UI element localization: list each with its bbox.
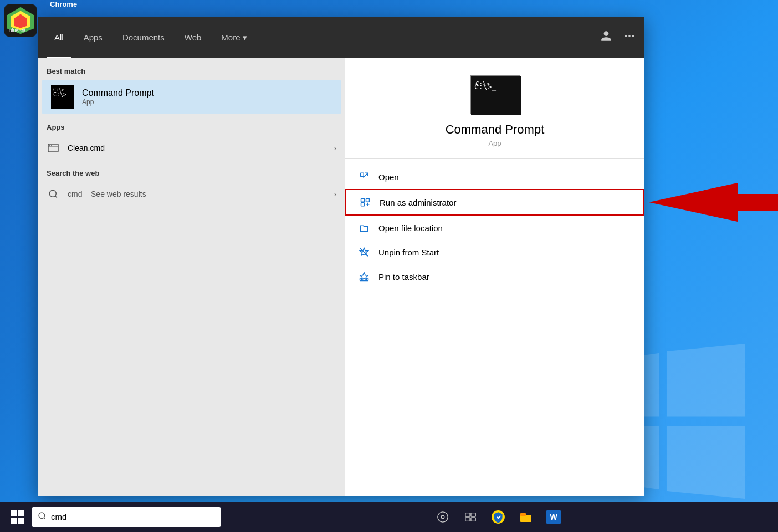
main-content: Best match C:\> Command Prompt App Apps <box>38 58 644 496</box>
svg-rect-17 <box>471 76 521 115</box>
svg-line-16 <box>55 196 57 197</box>
action-file-location[interactable]: Open file location <box>345 216 644 240</box>
shield-taskbar-icon[interactable] <box>485 504 511 530</box>
web-search-icon <box>47 187 60 201</box>
svg-line-28 <box>44 518 45 519</box>
svg-rect-37 <box>520 513 526 516</box>
svg-point-8 <box>632 35 634 37</box>
file-explorer-icon[interactable] <box>513 504 539 530</box>
pin-taskbar-icon <box>359 271 370 282</box>
start-button[interactable] <box>4 504 30 530</box>
best-match-type: App <box>82 98 154 106</box>
windows-logo-icon <box>11 510 24 524</box>
taskbar-search-input[interactable] <box>51 512 215 521</box>
apps-section-label: Apps <box>38 114 345 136</box>
tab-icons <box>600 30 636 45</box>
taskbar-icons-area: W <box>223 504 774 530</box>
best-match-label: Best match <box>38 58 345 80</box>
svg-point-27 <box>39 513 45 519</box>
app-detail-image: C:\>_ <box>470 75 520 114</box>
app-detail-name: Command Prompt <box>446 122 545 137</box>
tab-bar: All Apps Documents Web More ▾ <box>38 17 644 58</box>
svg-point-29 <box>438 511 448 521</box>
clean-cmd-item[interactable]: Clean.cmd › <box>38 136 345 160</box>
unpin-icon <box>359 247 370 258</box>
svg-rect-22 <box>361 203 365 206</box>
taskbar: W <box>0 502 778 532</box>
taskbar-search-box[interactable] <box>32 507 221 527</box>
clean-cmd-arrow: › <box>334 144 336 152</box>
svg-rect-32 <box>471 513 475 516</box>
open-icon <box>359 171 370 182</box>
svg-marker-23 <box>649 183 778 222</box>
svg-point-7 <box>628 35 631 37</box>
red-arrow <box>649 177 778 227</box>
word-icon[interactable]: W <box>541 504 566 530</box>
svg-point-15 <box>49 190 56 197</box>
action-pin-taskbar[interactable]: Pin to taskbar <box>345 264 644 289</box>
tab-web[interactable]: Web <box>177 17 209 58</box>
right-panel: C:\>_ Command Prompt App <box>345 58 644 496</box>
action-unpin-label: Unpin from Start <box>378 248 439 257</box>
web-search-item[interactable]: cmd – See web results › <box>38 182 345 206</box>
chrome-label: Chrome <box>50 0 77 8</box>
best-match-text: Command Prompt App <box>82 88 154 106</box>
svg-rect-21 <box>366 198 370 202</box>
bluestacks-icon: BlueSta... <box>4 4 37 37</box>
svg-text:C:\>: C:\> <box>53 91 66 98</box>
tab-all[interactable]: All <box>47 17 71 58</box>
task-view-icon[interactable] <box>430 504 455 530</box>
app-detail-type: App <box>488 139 501 147</box>
clean-cmd-name: Clean.cmd <box>68 144 326 152</box>
tab-apps[interactable]: Apps <box>76 17 110 58</box>
svg-text:BlueSta...: BlueSta... <box>9 28 30 33</box>
best-match-name: Command Prompt <box>82 88 154 98</box>
svg-rect-20 <box>361 198 365 202</box>
virtual-desktop-icon[interactable] <box>458 504 483 530</box>
svg-point-13 <box>49 145 50 146</box>
app-detail-header: C:\>_ Command Prompt App <box>345 58 644 159</box>
action-unpin[interactable]: Unpin from Start <box>345 240 644 264</box>
action-run-as-admin[interactable]: Run as administrator <box>345 189 644 216</box>
tab-documents[interactable]: Documents <box>115 17 172 58</box>
clean-cmd-icon <box>47 141 60 155</box>
file-location-icon <box>359 222 370 233</box>
svg-point-14 <box>51 145 52 146</box>
svg-rect-33 <box>465 517 470 520</box>
svg-rect-38 <box>520 515 531 515</box>
command-prompt-icon: C:\> <box>51 85 74 109</box>
svg-rect-34 <box>471 517 475 520</box>
start-menu: All Apps Documents Web More ▾ Best match <box>38 17 644 496</box>
web-search-text: cmd – See web results <box>68 190 326 198</box>
best-match-item[interactable]: C:\> Command Prompt App <box>42 80 341 114</box>
web-search-arrow: › <box>334 190 336 198</box>
svg-point-6 <box>625 35 627 37</box>
action-file-location-label: Open file location <box>378 223 443 233</box>
tab-more[interactable]: More ▾ <box>213 17 254 58</box>
svg-text:C:\>_: C:\>_ <box>474 83 496 91</box>
svg-rect-31 <box>465 513 470 516</box>
taskbar-search-icon <box>38 511 47 522</box>
svg-rect-19 <box>360 173 364 176</box>
action-list: Open Run as administrator <box>345 159 644 294</box>
runas-icon <box>360 197 371 208</box>
action-pin-taskbar-label: Pin to taskbar <box>378 272 429 282</box>
web-section-label: Search the web <box>38 160 345 182</box>
svg-point-30 <box>441 515 444 519</box>
action-open-label: Open <box>378 172 399 182</box>
action-open[interactable]: Open <box>345 165 644 189</box>
action-runas-label: Run as administrator <box>380 198 456 207</box>
more-options-icon[interactable] <box>623 30 636 45</box>
left-panel: Best match C:\> Command Prompt App Apps <box>38 58 345 496</box>
user-icon[interactable] <box>600 30 612 45</box>
